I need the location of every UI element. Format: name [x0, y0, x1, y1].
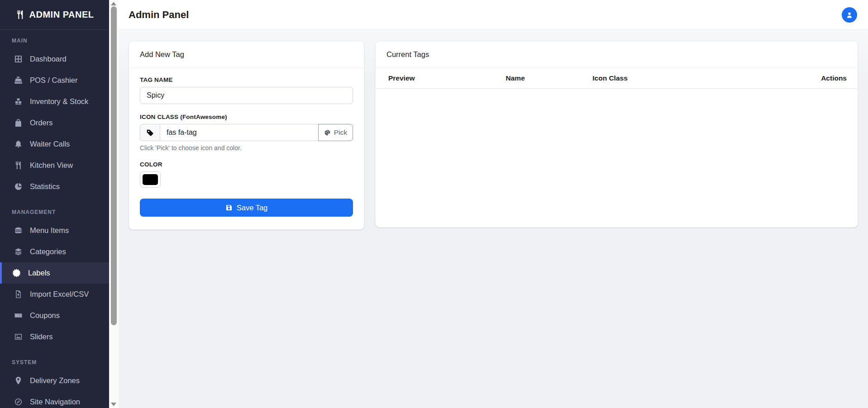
main-area: Admin Panel Add New Tag TAG NAME ICON CL…: [119, 0, 868, 408]
sidebar-item-waiter-calls[interactable]: Waiter Calls: [0, 133, 109, 155]
utensils-icon: [15, 10, 25, 19]
app-logo: ADMIN PANEL: [0, 0, 109, 30]
current-tags-card: Current Tags Preview Name Icon Class Act…: [375, 41, 858, 228]
sidebar-item-label: Kitchen View: [30, 161, 73, 170]
dashboard-icon: [14, 55, 23, 64]
save-icon: [225, 204, 233, 211]
sidebar-item-label: POS / Cashier: [30, 76, 77, 85]
shopping-bag-icon: [14, 119, 23, 128]
user-avatar-button[interactable]: [842, 7, 857, 23]
table-header-row: Preview Name Icon Class Actions: [376, 68, 858, 89]
sidebar: ADMIN PANEL MAIN Dashboard POS / Cashier…: [0, 0, 109, 408]
sidebar-item-delivery-zones[interactable]: Delivery Zones: [0, 370, 109, 391]
sidebar-item-label: Delivery Zones: [30, 376, 80, 385]
sidebar-item-pos-cashier[interactable]: POS / Cashier: [0, 70, 109, 91]
save-tag-button[interactable]: Save Tag: [140, 199, 353, 217]
content-area: Add New Tag TAG NAME ICON CLASS (FontAwe…: [119, 30, 868, 408]
page-title: Admin Panel: [129, 9, 189, 21]
sidebar-item-label: Dashboard: [30, 55, 67, 63]
tag-name-input[interactable]: [140, 87, 353, 104]
column-header-preview: Preview: [376, 68, 506, 89]
sidebar-item-label: Menu Items: [30, 226, 69, 235]
icon-class-addon: [140, 124, 160, 141]
sidebar-item-labels[interactable]: Labels: [0, 262, 109, 284]
sidebar-item-inventory-stock[interactable]: Inventory & Stock: [0, 91, 109, 112]
chart-pie-icon: [14, 182, 23, 191]
bell-icon: [14, 140, 23, 149]
sidebar-item-label: Labels: [28, 269, 50, 277]
nav-section-management: MANAGEMENT: [0, 197, 109, 220]
user-icon: [845, 11, 854, 19]
sidebar-item-kitchen-view[interactable]: Kitchen View: [0, 155, 109, 176]
column-header-actions: Actions: [781, 68, 858, 89]
sidebar-item-label: Import Excel/CSV: [30, 290, 89, 299]
sidebar-item-categories[interactable]: Categories: [0, 241, 109, 262]
sidebar-item-menu-items[interactable]: Menu Items: [0, 220, 109, 241]
tag-icon: [146, 129, 154, 137]
pick-button[interactable]: Pick: [318, 124, 353, 141]
top-header: Admin Panel: [119, 0, 868, 30]
color-picker-input[interactable]: [140, 171, 161, 188]
nav-section-main: MAIN: [0, 30, 109, 48]
sidebar-item-label: Waiter Calls: [30, 140, 70, 148]
sidebar-nav: MAIN Dashboard POS / Cashier Inventory &…: [0, 30, 109, 408]
sidebar-item-statistics[interactable]: Statistics: [0, 176, 109, 197]
sidebar-item-site-navigation[interactable]: Site Navigation: [0, 391, 109, 408]
tag-name-label: TAG NAME: [140, 76, 353, 83]
file-upload-icon: [14, 290, 23, 299]
burger-icon: [14, 226, 23, 235]
add-new-tag-card: Add New Tag TAG NAME ICON CLASS (FontAwe…: [129, 41, 364, 230]
current-tags-card-title: Current Tags: [376, 41, 858, 68]
add-new-tag-card-title: Add New Tag: [129, 41, 364, 68]
save-tag-button-label: Save Tag: [237, 204, 268, 212]
table-empty-area: [376, 89, 858, 230]
scrollbar-down-arrow[interactable]: [111, 403, 116, 406]
sidebar-item-import-excel-csv[interactable]: Import Excel/CSV: [0, 284, 109, 305]
compass-icon: [14, 398, 23, 407]
ticket-icon: [14, 311, 23, 320]
column-header-name: Name: [506, 68, 593, 89]
palette-icon: [324, 129, 331, 136]
pick-button-label: Pick: [334, 128, 347, 137]
sidebar-scrollbar[interactable]: [109, 0, 119, 408]
utensils-icon: [14, 161, 23, 170]
sidebar-item-sliders[interactable]: Sliders: [0, 326, 109, 347]
sidebar-item-dashboard[interactable]: Dashboard: [0, 48, 109, 70]
layer-group-icon: [14, 247, 23, 256]
sidebar-item-label: Sliders: [30, 332, 52, 341]
images-icon: [14, 332, 23, 342]
color-label: COLOR: [140, 161, 353, 168]
scrollbar-up-arrow[interactable]: [111, 2, 116, 5]
column-header-icon-class: Icon Class: [592, 68, 780, 89]
map-marker-icon: [14, 376, 23, 385]
icon-class-input[interactable]: [160, 124, 319, 141]
certificate-icon: [12, 269, 21, 278]
color-swatch-value: [143, 174, 158, 185]
icon-class-input-group: Pick: [140, 124, 353, 141]
sidebar-item-orders[interactable]: Orders: [0, 112, 109, 133]
sidebar-item-label: Statistics: [30, 182, 60, 191]
cash-register-icon: [14, 76, 23, 85]
boxes-icon: [14, 97, 23, 106]
nav-section-system: SYSTEM: [0, 347, 109, 370]
sidebar-item-coupons[interactable]: Coupons: [0, 305, 109, 326]
sidebar-item-label: Categories: [30, 247, 66, 256]
pick-helper-text: Click 'Pick' to choose icon and color.: [140, 144, 353, 152]
sidebar-item-label: Inventory & Stock: [30, 97, 88, 106]
sidebar-item-label: Coupons: [30, 311, 60, 320]
current-tags-table: Preview Name Icon Class Actions: [376, 68, 858, 89]
sidebar-item-label: Site Navigation: [30, 398, 80, 406]
add-new-tag-form: TAG NAME ICON CLASS (FontAwesome) Pick C…: [129, 68, 364, 226]
app-logo-text: ADMIN PANEL: [29, 9, 94, 20]
icon-class-label: ICON CLASS (FontAwesome): [140, 114, 353, 120]
scrollbar-thumb[interactable]: [111, 6, 117, 325]
sidebar-item-label: Orders: [30, 119, 52, 127]
